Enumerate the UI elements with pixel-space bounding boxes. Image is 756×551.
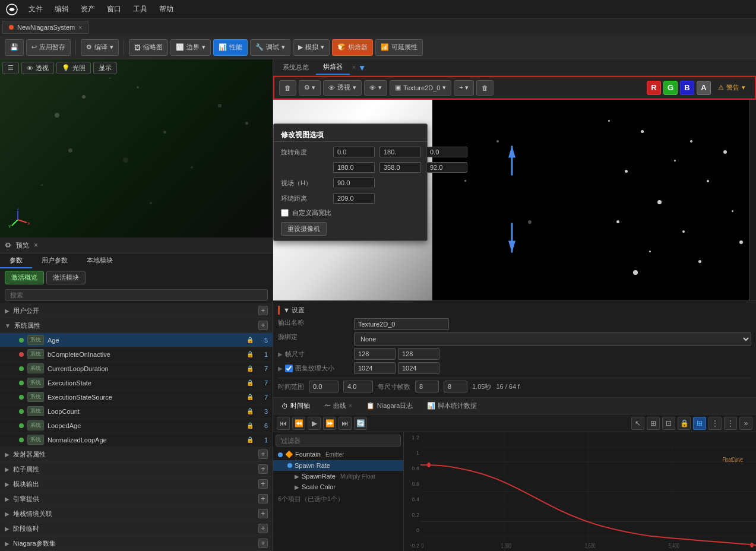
tl-more[interactable]: ⋮	[724, 417, 737, 430]
tl-tab-log[interactable]: 📋 Niagara日志	[360, 399, 419, 413]
menu-help[interactable]: 帮助	[154, 3, 178, 15]
section-niagara-params[interactable]: ▶ Niagara参数集 +	[0, 536, 273, 551]
warning-btn[interactable]: ⚠ 警告 ▾	[713, 81, 750, 94]
curve-filter-input[interactable]	[276, 435, 401, 446]
tl-tab-curve[interactable]: 〜 曲线 ×	[318, 399, 358, 413]
section-particle[interactable]: ▶ 粒子属性 +	[0, 462, 273, 477]
tab-baker[interactable]: 烘焙器	[316, 60, 350, 75]
tl-lock[interactable]: 🔒	[678, 417, 691, 430]
channel-g-btn[interactable]: G	[663, 81, 678, 95]
tl-cursor[interactable]: ↖	[631, 417, 644, 430]
channel-b-btn[interactable]: B	[680, 81, 694, 95]
popup-input-1a[interactable]	[333, 147, 375, 157]
tl-tab-stats[interactable]: 📊 脚本统计数据	[421, 399, 483, 413]
params-close[interactable]: ×	[34, 241, 38, 249]
module-output-add[interactable]: +	[258, 479, 268, 489]
baker-view-btn[interactable]: 👁 透视 ▾	[323, 80, 362, 96]
compile-button[interactable]: ⚙ 编译 ▾	[81, 39, 119, 56]
checkbox-aspect[interactable]	[281, 209, 289, 217]
popup-input-2b[interactable]	[379, 162, 421, 173]
atlas-h-input[interactable]	[398, 362, 439, 374]
menu-asset[interactable]: 资产	[76, 3, 100, 15]
vertical-scrollbar[interactable]	[749, 100, 756, 300]
menu-tools[interactable]: 工具	[128, 3, 152, 15]
tl-curve-close[interactable]: ×	[349, 403, 352, 409]
tl-nav-start[interactable]: ⏮	[277, 417, 290, 430]
popup-input-2c[interactable]	[426, 162, 467, 173]
popup-reset-btn[interactable]: 重设摄像机	[281, 222, 327, 236]
popup-input-1c[interactable]	[426, 147, 467, 157]
section-user-public[interactable]: ▶ 用户公开 +	[0, 303, 273, 318]
tl-nav-next[interactable]: ⏩	[323, 417, 336, 430]
section-stack[interactable]: ▶ 堆栈情境关联 +	[0, 506, 273, 521]
popup-input-1b[interactable]	[379, 147, 421, 157]
tab-params[interactable]: 参数	[0, 254, 32, 268]
baker-delete-btn2[interactable]: 🗑	[476, 80, 494, 96]
baker-eye-btn[interactable]: 👁 ▾	[364, 80, 387, 96]
tl-zoom-sel[interactable]: ⊞	[647, 417, 660, 430]
performance-button[interactable]: 📊 性能	[213, 39, 248, 56]
popup-input-fov[interactable]	[333, 178, 375, 188]
tab-system-overview[interactable]: 系统总览	[276, 61, 316, 74]
output-name-input[interactable]	[354, 318, 449, 330]
tab-close[interactable]: ×	[78, 24, 82, 31]
menu-window[interactable]: 窗口	[102, 3, 126, 15]
tab-user-params[interactable]: 用户参数	[32, 254, 77, 268]
activate-module-btn[interactable]: 激活模块	[46, 271, 86, 284]
tl-nav-end[interactable]: ⏭	[339, 417, 352, 430]
emitter-add[interactable]: +	[258, 449, 268, 459]
atlas-w-input[interactable]	[354, 362, 396, 374]
tl-tangent[interactable]: ⋮	[708, 417, 722, 430]
frame-w-input[interactable]	[354, 348, 396, 360]
tl-play[interactable]: ▶	[308, 417, 321, 430]
popup-input-orbit[interactable]	[333, 193, 375, 204]
hamburger-btn[interactable]: ☰	[2, 62, 19, 74]
niagara-params-add[interactable]: +	[258, 539, 268, 548]
tab-local-module[interactable]: 本地模块	[77, 254, 122, 268]
param-row-bcomplete[interactable]: 系统 bCompleteOnInactive 🔒 1	[0, 347, 273, 362]
baker-add-btn[interactable]: + ▾	[454, 80, 473, 96]
tl-extra[interactable]: »	[739, 417, 752, 430]
baker-transform-btn[interactable]: ⚙ ▾	[299, 80, 321, 96]
param-row-loopedage[interactable]: 系统 LoopedAge 🔒 6	[0, 419, 273, 433]
atlas-checkbox[interactable]	[285, 365, 293, 372]
save-button[interactable]: 💾	[5, 39, 24, 56]
param-row-loopcount[interactable]: 系统 LoopCount 🔒 3	[0, 404, 273, 419]
curve-item-scale-color[interactable]: ▶ Scale Color	[273, 482, 403, 492]
tl-tab-timeline[interactable]: ⏱ 时间轴	[276, 399, 316, 413]
baker-texture-btn[interactable]: ▣ Texture2D_0 ▾	[390, 80, 451, 96]
param-row-execstate[interactable]: 系统 ExecutionState 🔒 7	[0, 376, 273, 390]
curve-item-fountain[interactable]: 🔶 Fountain Emitter	[273, 449, 403, 460]
tl-loop[interactable]: 🔄	[354, 417, 367, 430]
particle-add[interactable]: +	[258, 464, 268, 474]
menu-edit[interactable]: 编辑	[50, 3, 74, 15]
baker-delete-btn[interactable]: 🗑	[279, 80, 296, 96]
system-props-add[interactable]: +	[258, 321, 268, 330]
display-btn[interactable]: 显示	[93, 62, 117, 74]
frame-h-input[interactable]	[398, 348, 439, 360]
frames-v1-input[interactable]	[415, 381, 439, 392]
section-module-output[interactable]: ▶ 模块输出 +	[0, 477, 273, 492]
param-row-loopdur[interactable]: 系统 CurrentLoopDuration 🔒 7	[0, 362, 273, 376]
param-row-age[interactable]: 系统 Age 🔒 5	[0, 333, 273, 347]
baker-button[interactable]: 🍞 烘焙器	[332, 39, 373, 56]
user-public-add[interactable]: +	[258, 306, 268, 315]
source-bind-select[interactable]: None	[354, 332, 751, 346]
curve-item-spawnrate[interactable]: Spawn Rate	[273, 460, 403, 471]
tl-nav-prev[interactable]: ⏪	[292, 417, 305, 430]
param-row-normalizedloopAge[interactable]: 系统 NormalizedLoopAge 🔒 1	[0, 433, 273, 447]
curve-item-spawnrate-sub[interactable]: ▶ SpawnRate Multiply Float	[273, 471, 403, 482]
debug-button[interactable]: 🔧 调试 ▾	[250, 39, 290, 56]
thumbnail-button[interactable]: 🖼 缩略图	[129, 39, 168, 56]
perspective-btn[interactable]: 👁 透视	[21, 62, 54, 74]
baker-tab-close[interactable]: ×	[352, 64, 356, 71]
frames-v2-input[interactable]	[444, 381, 467, 392]
stack-add[interactable]: +	[258, 509, 268, 518]
section-emitter[interactable]: ▶ 发射器属性 +	[0, 447, 273, 462]
tl-snap[interactable]: ⊞	[693, 417, 706, 430]
channel-r-btn[interactable]: R	[647, 81, 661, 95]
section-stage[interactable]: ▶ 阶段临时 +	[0, 521, 273, 536]
main-tab[interactable]: NewNiagaraSystem ×	[2, 21, 88, 34]
menu-file[interactable]: 文件	[24, 3, 48, 15]
popup-input-2a[interactable]	[333, 162, 375, 173]
